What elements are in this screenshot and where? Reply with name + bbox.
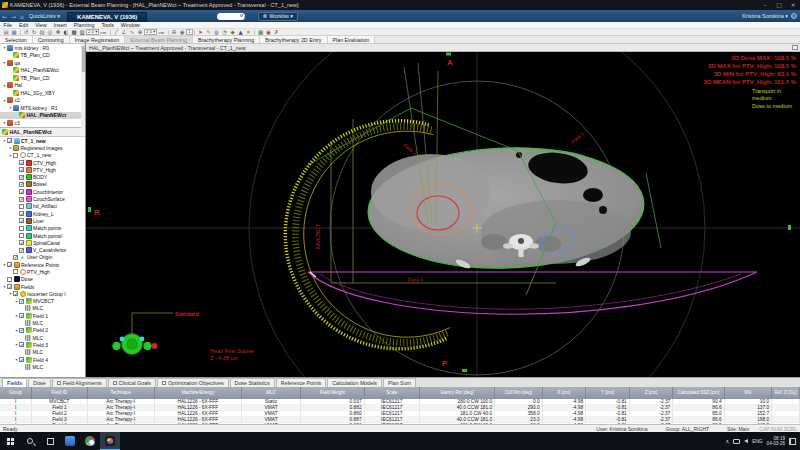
target-icon[interactable]: ⊕ [136,29,144,36]
tree-item-kidney-l[interactable]: Kidney_L [0,210,85,217]
undo-icon[interactable]: ↺ [22,29,30,36]
tree-item-mlc[interactable]: MLC [0,319,85,326]
visibility-checkbox[interactable] [19,226,24,231]
visibility-checkbox[interactable] [7,284,12,289]
taskbar-search-icon[interactable] [20,432,40,450]
zoom-icon[interactable]: ◎ [46,29,54,36]
workspace-tab-brachytherapy-planning[interactable]: Brachytherapy Planning [193,36,260,43]
tree-item-field-3[interactable]: ▾Field 3 [0,341,85,348]
angle-icon[interactable]: ∠ [120,29,128,36]
tree-item-hal-plannewct[interactable]: HAL_PlanNEWct [0,112,85,120]
menu-tools[interactable]: Tools [98,22,117,29]
tree-item-ptv-high[interactable]: PTV_High [0,268,85,275]
visibility-checkbox[interactable] [19,328,24,333]
tree-item-mvcbct[interactable]: ▾MVCBCT [0,298,85,305]
tab-checkbox[interactable] [57,381,61,385]
tree-item-spinalcanal[interactable]: SpinalCanal [0,239,85,246]
course-tree-scrollbar[interactable] [81,44,85,128]
tree-item-liver[interactable]: Liver [0,217,85,224]
visibility-checkbox[interactable] [19,197,24,202]
patient-context-tab[interactable]: KAMENEVA, V (1936) [67,12,147,22]
panel-tab-plan-sum[interactable]: Plan Sum [383,378,416,387]
layout-icon[interactable]: ▦ [257,29,265,36]
menu-planning[interactable]: Planning [70,22,98,29]
viewport-restore-icon[interactable] [792,45,798,50]
tree-item-hal-3gy-xby[interactable]: HAL_3Gy_XBY [0,89,85,97]
column-header-machine-energy[interactable]: Machine/Energy [154,387,241,399]
panel-tab-reference-points[interactable]: Reference Points [276,378,327,387]
menu-insert[interactable]: Insert [50,22,70,29]
quicklinks-dropdown[interactable]: QuickLinks ▾ [29,13,60,19]
image-icon[interactable]: ▩ [70,29,78,36]
tree-item-dose[interactable]: Dose [0,276,85,283]
tree-item-field-2[interactable]: ▾Field 2 [0,327,85,334]
column-header-calculated-ssd-cm[interactable]: Calculated SSD [cm] [673,387,724,399]
tree-item-field-4[interactable]: ▾Field 4 [0,356,85,363]
visibility-checkbox[interactable] [19,248,24,253]
tree-item-v-cavainferior[interactable]: V_CavaInferior [0,246,85,253]
visibility-checkbox[interactable] [19,167,24,172]
close-plan-icon[interactable]: ✗ [273,29,281,36]
tree-item-reference-points[interactable]: ▾Reference Points [0,261,85,268]
panel-tab-fields[interactable]: Fields [2,378,27,387]
tree-item-ctv-high[interactable]: CTV_High [0,159,85,166]
refresh-icon[interactable]: ⊞ [170,29,178,36]
star-icon[interactable]: ★ [245,29,253,36]
help-globe-icon[interactable] [791,13,797,19]
view-count-spinner[interactable]: 1 [186,29,192,35]
isodose-icon[interactable]: ◔ [221,29,229,36]
visibility-checkbox[interactable] [19,160,24,165]
start-button[interactable] [0,432,20,450]
pan-icon[interactable]: ✥ [54,29,62,36]
tray-chevron-icon[interactable]: ∧ [726,438,730,444]
slice-thickness-select[interactable]: 2.0 ▾ [86,29,99,35]
tree-item-couchsurface[interactable]: CouchSurface [0,195,85,202]
column-header-y-cm[interactable]: Y [cm] [586,387,630,399]
menu-file[interactable]: File [0,22,16,29]
menu-view[interactable]: View [32,22,50,29]
visibility-checkbox[interactable] [19,175,24,180]
menu-edit[interactable]: Edit [16,22,32,29]
window-level-icon[interactable]: ◐ [62,29,70,36]
tree-item-mts-kidney-r0[interactable]: ▾mts kidney : R0 [0,44,85,52]
column-header-field-weight[interactable]: Field Weight [301,387,364,399]
column-header-group[interactable]: Group [0,387,32,399]
tree-item-mlc[interactable]: MLC [0,334,85,341]
visibility-checkbox[interactable] [19,182,24,187]
search-input[interactable] [217,13,245,20]
menu-window[interactable]: Window [117,22,143,29]
network-icon[interactable] [733,439,740,444]
workspace-tab-brachytherapy-2d-entry[interactable]: Brachytherapy 2D Entry [260,36,327,43]
user-menu[interactable]: Kristina Sorokina ▾ [742,13,788,19]
tree-item-bowel[interactable]: Bowel [0,181,85,188]
clock[interactable]: 08:19 04-03-26 [767,436,785,447]
slice-icon[interactable]: ▥ [78,29,86,36]
visibility-checkbox[interactable] [13,291,18,296]
home-icon[interactable]: ⌂ [20,13,24,20]
visibility-checkbox[interactable] [13,153,18,158]
snapshot-icon[interactable]: ◉ [178,29,186,36]
tab-checkbox[interactable] [162,381,166,385]
beam-tool-icon[interactable]: ◆ [229,29,237,36]
tree-item-hd-artifact[interactable]: hd_Artifact [0,203,85,210]
tree-item-c3[interactable]: ▾c3 [0,119,85,127]
scrollbar-thumb[interactable] [82,46,85,72]
workspace-tab-selection[interactable]: Selection [0,36,33,43]
visibility-checkbox[interactable] [13,269,18,274]
taskbar-chrome-icon[interactable] [80,432,100,450]
tree-item-registered-images[interactable]: ▸Registered Images [0,144,85,151]
tree-item-match-points[interactable]: Match points [0,225,85,232]
tree-item-hal-plannewct[interactable]: HAL_PlanNEWct [0,67,85,75]
column-header-technique[interactable]: Technique [87,387,154,399]
notification-center-icon[interactable] [789,438,796,445]
tree-item-c2[interactable]: ▾c2 [0,97,85,105]
language-indicator[interactable]: ENG [752,439,762,444]
tree-item-user-origin[interactable]: +User Origin [0,254,85,261]
speaker-icon[interactable] [744,439,748,443]
taskbar-app-1[interactable] [60,432,80,450]
tree-item-tb-plan-cd[interactable]: TB_Plan_CD [0,52,85,60]
tree-item-qa[interactable]: ▾qa [0,59,85,67]
open-plan-icon[interactable]: ▤ [2,29,10,36]
visibility-checkbox[interactable] [7,262,12,267]
visibility-checkbox[interactable] [13,255,18,260]
